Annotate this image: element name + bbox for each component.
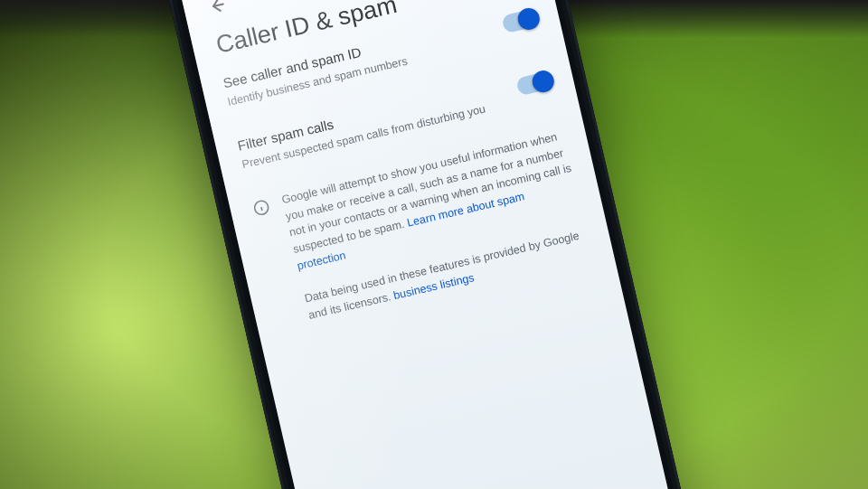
toggle-caller-id[interactable]	[501, 8, 539, 33]
back-button[interactable]	[202, 0, 232, 21]
toggle-filter-spam[interactable]	[515, 71, 553, 96]
